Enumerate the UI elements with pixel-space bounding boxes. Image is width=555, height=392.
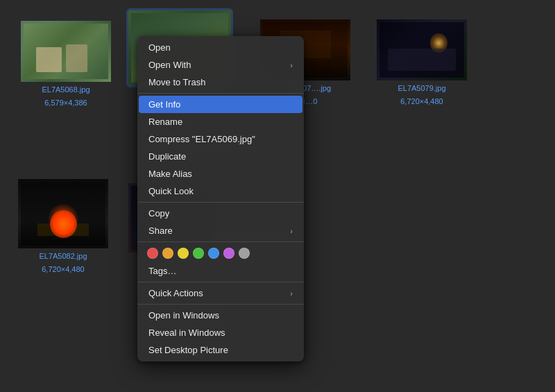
menu-item-tags[interactable]: Tags… xyxy=(139,262,302,280)
menu-separator xyxy=(137,202,304,203)
photo-filename: EL7A5068.jpg xyxy=(42,85,89,95)
color-tag-green[interactable] xyxy=(193,248,204,259)
menu-item-make-alias[interactable]: Make Alias xyxy=(139,165,302,182)
menu-item-reveal-in-windows[interactable]: Reveal in Windows xyxy=(139,324,302,341)
photo-filename: EL7A5082.jpg xyxy=(39,251,87,262)
menu-separator xyxy=(137,241,304,242)
photo-item[interactable]: EL7A5082.jpg 6,720×4,480 xyxy=(18,179,108,275)
submenu-arrow-icon: › xyxy=(290,61,293,69)
menu-item-quick-actions[interactable]: Quick Actions › xyxy=(139,284,302,302)
desktop-background: EL7A5068.jpg 6,579×4,386 EL7A 6,72… EL7A… xyxy=(0,0,555,392)
submenu-arrow-icon: › xyxy=(290,289,293,298)
context-menu: Open Open With › Move to Trash Get Info … xyxy=(137,36,304,361)
photo-dimensions: 6,720×4,480 xyxy=(400,96,443,107)
color-tag-red[interactable] xyxy=(147,248,158,259)
menu-item-open-in-windows[interactable]: Open in Windows xyxy=(139,307,302,324)
menu-item-open-with[interactable]: Open With › xyxy=(139,56,302,74)
color-tag-yellow[interactable] xyxy=(178,248,189,259)
menu-item-quick-look[interactable]: Quick Look xyxy=(139,182,302,200)
color-tag-gray[interactable] xyxy=(239,248,250,259)
menu-item-get-info[interactable]: Get Info xyxy=(139,96,302,113)
photo-dimensions: 6,720×4,480 xyxy=(42,264,84,275)
menu-item-share[interactable]: Share › xyxy=(139,222,302,239)
color-tag-blue[interactable] xyxy=(208,248,219,259)
menu-item-set-desktop-picture[interactable]: Set Desktop Picture xyxy=(139,341,302,359)
photo-dimensions: 6,579×4,386 xyxy=(44,98,87,108)
color-tag-orange[interactable] xyxy=(162,248,173,259)
menu-separator xyxy=(137,304,304,305)
photo-item[interactable]: EL7A5068.jpg 6,579×4,386 xyxy=(21,21,111,109)
menu-item-duplicate[interactable]: Duplicate xyxy=(139,148,302,165)
menu-item-move-to-trash[interactable]: Move to Trash xyxy=(139,74,302,91)
submenu-arrow-icon: › xyxy=(290,227,293,235)
menu-item-open[interactable]: Open xyxy=(139,39,302,56)
color-tag-purple[interactable] xyxy=(223,248,234,259)
photo-filename: EL7A5079.jpg xyxy=(398,83,445,94)
menu-item-rename[interactable]: Rename xyxy=(139,113,302,130)
menu-separator xyxy=(137,93,304,94)
menu-item-copy[interactable]: Copy xyxy=(139,205,302,222)
menu-separator xyxy=(137,282,304,282)
color-tags-row xyxy=(137,244,304,262)
photo-item[interactable]: EL7A5079.jpg 6,720×4,480 xyxy=(377,19,467,108)
menu-item-compress[interactable]: Compress "EL7A5069.jpg" xyxy=(139,130,302,148)
